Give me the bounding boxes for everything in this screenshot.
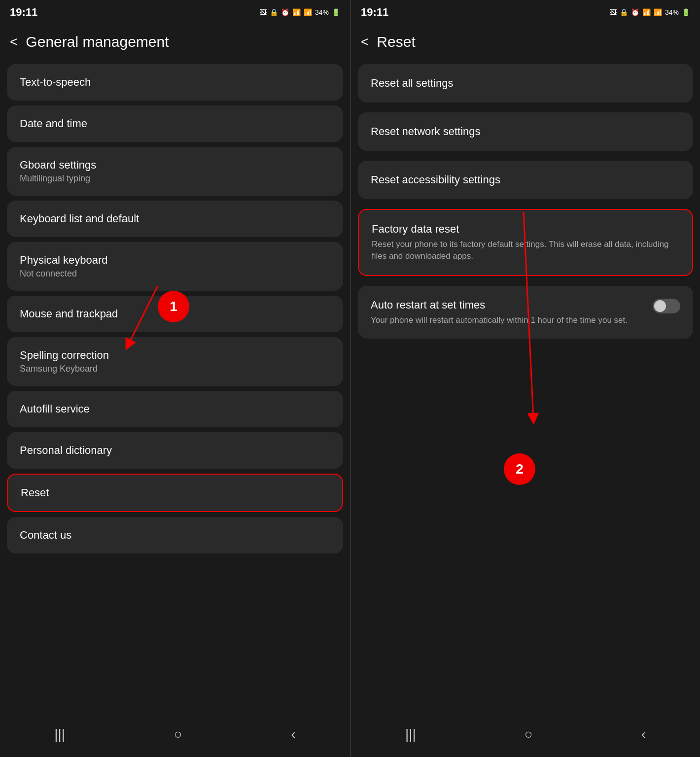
signal-icon: 📶 [304, 8, 312, 16]
bottom-nav-left: ||| ○ ‹ [0, 717, 350, 757]
gboard-settings-label: Gboard settings [20, 159, 330, 172]
right-panel: 19:11 🖼 🔒 ⏰ 📶 📶 34% 🔋 < Reset Reset all … [350, 0, 700, 757]
keyboard-list-label: Keyboard list and default [20, 212, 330, 225]
factory-data-reset-item[interactable]: Factory data reset Reset your phone to i… [358, 209, 693, 276]
left-page-title: General management [26, 34, 169, 50]
auto-restart-toggle[interactable] [653, 299, 680, 313]
sidebar-item-reset[interactable]: Reset [7, 474, 343, 512]
right-page-title: Reset [377, 34, 415, 50]
sidebar-item-keyboard-list[interactable]: Keyboard list and default [7, 201, 343, 237]
gallery-icon-r: 🖼 [610, 8, 617, 16]
text-to-speech-label: Text-to-speech [20, 76, 330, 89]
status-time-right: 19:11 [361, 6, 388, 19]
auto-restart-subtitle: Your phone will restart automatically wi… [371, 314, 645, 326]
reset-network-settings-item[interactable]: Reset network settings [358, 112, 693, 151]
date-and-time-label: Date and time [20, 117, 330, 130]
nav-home-left[interactable]: ○ [174, 726, 182, 742]
reset-label: Reset [21, 486, 329, 499]
status-bar-left: 19:11 🖼 🔒 ⏰ 📶 📶 34% 🔋 [0, 0, 350, 25]
nav-home-right[interactable]: ○ [525, 726, 533, 742]
physical-keyboard-label: Physical keyboard [20, 254, 330, 267]
alarm-icon: ⏰ [281, 8, 289, 16]
lock-icon: 🔒 [270, 8, 278, 16]
battery-icon-right: 🔋 [682, 8, 690, 16]
nav-back-right[interactable]: ‹ [641, 726, 646, 742]
reset-all-settings-item[interactable]: Reset all settings [358, 64, 693, 103]
sidebar-item-autofill-service[interactable]: Autofill service [7, 391, 343, 427]
physical-keyboard-subtitle: Not connected [20, 269, 330, 279]
battery-icon-left: 🔋 [332, 8, 340, 16]
signal-icon-r: 📶 [654, 8, 662, 16]
left-settings-list: Text-to-speech Date and time Gboard sett… [0, 59, 350, 717]
sidebar-item-contact-us[interactable]: Contact us [7, 517, 343, 553]
back-button-left[interactable]: < [10, 34, 18, 50]
back-button-right[interactable]: < [361, 34, 369, 50]
toggle-knob [654, 300, 666, 312]
sidebar-item-mouse-trackpad[interactable]: Mouse and trackpad [7, 296, 343, 332]
nav-recent-left[interactable]: ||| [54, 726, 65, 742]
spelling-correction-subtitle: Samsung Keyboard [20, 364, 330, 374]
status-icons-left: 🖼 🔒 ⏰ 📶 📶 34% 🔋 [260, 8, 340, 16]
wifi-icon: 📶 [292, 8, 301, 16]
sidebar-item-spelling-correction[interactable]: Spelling correction Samsung Keyboard [7, 337, 343, 386]
factory-data-reset-label: Factory data reset [372, 223, 679, 236]
right-settings-list: Reset all settings Reset network setting… [351, 59, 700, 717]
battery-left: 34% [315, 8, 329, 16]
status-bar-right: 19:11 🖼 🔒 ⏰ 📶 📶 34% 🔋 [351, 0, 700, 25]
sidebar-item-date-and-time[interactable]: Date and time [7, 105, 343, 142]
alarm-icon-r: ⏰ [631, 8, 639, 16]
spelling-correction-label: Spelling correction [20, 349, 330, 362]
mouse-trackpad-label: Mouse and trackpad [20, 308, 330, 320]
gboard-settings-subtitle: Multilingual typing [20, 173, 330, 184]
contact-us-label: Contact us [20, 529, 330, 542]
left-header: < General management [0, 25, 350, 59]
lock-icon-r: 🔒 [620, 8, 628, 16]
nav-recent-right[interactable]: ||| [405, 726, 416, 742]
bottom-nav-right: ||| ○ ‹ [351, 717, 700, 757]
reset-accessibility-settings-label: Reset accessibility settings [371, 173, 680, 186]
autofill-service-label: Autofill service [20, 403, 330, 415]
sidebar-item-gboard-settings[interactable]: Gboard settings Multilingual typing [7, 147, 343, 196]
sidebar-item-personal-dictionary[interactable]: Personal dictionary [7, 432, 343, 469]
battery-right: 34% [665, 8, 679, 16]
sidebar-item-physical-keyboard[interactable]: Physical keyboard Not connected [7, 242, 343, 291]
reset-accessibility-settings-item[interactable]: Reset accessibility settings [358, 161, 693, 199]
auto-restart-label: Auto restart at set times [371, 299, 645, 311]
left-panel: 19:11 🖼 🔒 ⏰ 📶 📶 34% 🔋 < General manageme… [0, 0, 350, 757]
sidebar-item-text-to-speech[interactable]: Text-to-speech [7, 64, 343, 101]
status-icons-right: 🖼 🔒 ⏰ 📶 📶 34% 🔋 [610, 8, 690, 16]
reset-network-settings-label: Reset network settings [371, 125, 680, 138]
reset-all-settings-label: Reset all settings [371, 77, 680, 90]
nav-back-left[interactable]: ‹ [291, 726, 295, 742]
wifi-icon-r: 📶 [642, 8, 651, 16]
gallery-icon: 🖼 [260, 8, 267, 16]
right-header: < Reset [351, 25, 700, 59]
factory-data-reset-subtitle: Reset your phone to its factory default … [372, 239, 679, 262]
status-time-left: 19:11 [10, 6, 37, 19]
auto-restart-item[interactable]: Auto restart at set times Your phone wil… [358, 286, 693, 339]
personal-dictionary-label: Personal dictionary [20, 444, 330, 457]
